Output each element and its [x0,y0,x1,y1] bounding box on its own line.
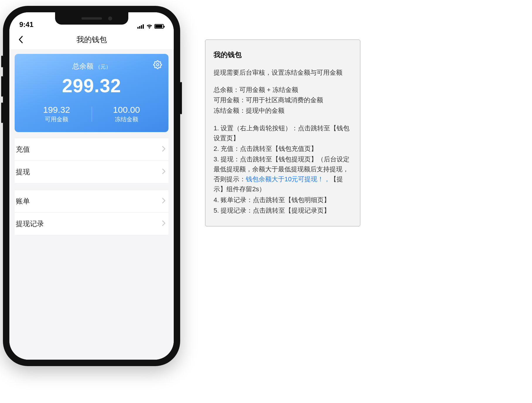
nav-bar: 我的钱包 [9,30,174,49]
annotation-def-line: 冻结金额：提现中的金额 [214,105,352,116]
available-balance-label: 可用金额 [22,115,92,123]
annotation-step: 1. 设置（右上角齿轮按钮）：点击跳转至【钱包设置页】 [214,123,352,143]
annotation-step: 3. 提现：点击跳转至【钱包提现页】（后台设定最低提现额，余额大于最低提现额后支… [214,154,352,194]
back-button[interactable] [16,35,25,44]
available-balance-value: 199.32 [22,105,92,115]
available-balance: 199.32 可用金额 [22,105,92,123]
menu-item-label: 账单 [16,197,30,206]
cellular-signal-icon [137,24,144,29]
annotation-highlight: 钱包余额大于10元可提现！， [246,175,330,183]
annotation-step: 4. 账单记录：点击跳转至【钱包明细页】 [214,195,352,205]
wifi-icon [146,24,153,29]
settings-button[interactable] [153,60,162,69]
frozen-balance-value: 100.00 [92,105,162,115]
annotation-title: 我的钱包 [214,49,352,60]
phone-notch [55,12,128,25]
menu-item-label: 充值 [16,145,30,154]
frozen-balance: 100.00 冻结金额 [92,105,162,123]
phone-mockup: 9:41 [3,6,180,366]
gear-icon [153,60,162,69]
menu-item-label: 提现 [16,167,30,177]
battery-icon [154,24,164,29]
balance-card: 总余额 （元） 299.32 199.32 可用金额 100.00 冻结金额 [15,54,168,132]
menu-group-records: 账单 提现记录 [15,190,168,235]
menu-item-withdraw-records[interactable]: 提现记录 [15,212,168,235]
menu-item-withdraw[interactable]: 提现 [15,160,168,183]
annotation-steps: 1. 设置（右上角齿轮按钮）：点击跳转至【钱包设置页】 2. 充值：点击跳转至【… [214,123,352,216]
status-time: 9:41 [19,21,33,29]
annotation-intro: 提现需要后台审核，设置冻结金额与可用金额 [214,68,352,78]
menu-group-actions: 充值 提现 [15,138,168,183]
annotation-step: 5. 提现记录：点击跳转至【提现记录页】 [214,206,352,216]
chevron-left-icon [18,36,23,43]
annotation-def-line: 总余额：可用金额 + 冻结金额 [214,85,352,95]
balance-unit: （元） [95,63,111,70]
menu-item-bill[interactable]: 账单 [15,190,168,212]
balance-total-value: 299.32 [22,75,161,97]
chevron-right-icon [162,168,166,176]
balance-total-label: 总余额 [72,62,93,71]
menu-item-label: 提现记录 [16,219,44,228]
chevron-right-icon [162,197,166,205]
annotation-panel: 我的钱包 提现需要后台审核，设置冻结金额与可用金额 总余额：可用金额 + 冻结金… [205,40,360,226]
svg-point-0 [156,64,159,66]
annotation-step: 2. 充值：点击跳转至【钱包充值页】 [214,144,352,154]
annotation-def-line: 可用金额：可用于社区商城消费的金额 [214,95,352,105]
annotation-definitions: 总余额：可用金额 + 冻结金额 可用金额：可用于社区商城消费的金额 冻结金额：提… [214,85,352,116]
phone-screen: 9:41 [9,12,174,360]
chevron-right-icon [162,220,166,228]
frozen-balance-label: 冻结金额 [92,115,162,123]
phone-power-button [180,82,182,114]
page-title: 我的钱包 [76,35,107,45]
chevron-right-icon [162,145,166,153]
menu-item-recharge[interactable]: 充值 [15,138,168,160]
